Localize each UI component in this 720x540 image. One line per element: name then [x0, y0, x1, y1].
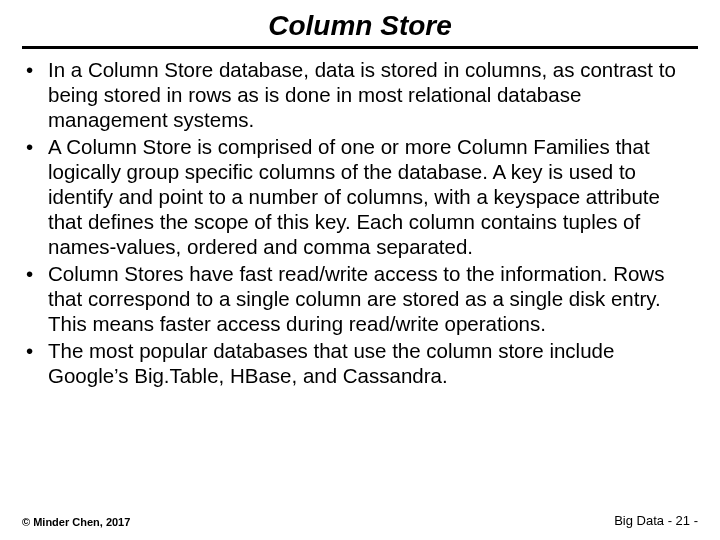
page-number: Big Data - 21 - — [614, 513, 698, 528]
slide-title: Column Store — [22, 10, 698, 42]
title-rule — [22, 46, 698, 49]
bullet-list: In a Column Store database, data is stor… — [22, 57, 698, 388]
footer: © Minder Chen, 2017 Big Data - 21 - — [22, 513, 698, 528]
copyright-text: © Minder Chen, 2017 — [22, 516, 130, 528]
list-item: In a Column Store database, data is stor… — [26, 57, 694, 132]
slide: Column Store In a Column Store database,… — [0, 0, 720, 540]
list-item: A Column Store is comprised of one or mo… — [26, 134, 694, 259]
list-item: Column Stores have fast read/write acces… — [26, 261, 694, 336]
list-item: The most popular databases that use the … — [26, 338, 694, 388]
